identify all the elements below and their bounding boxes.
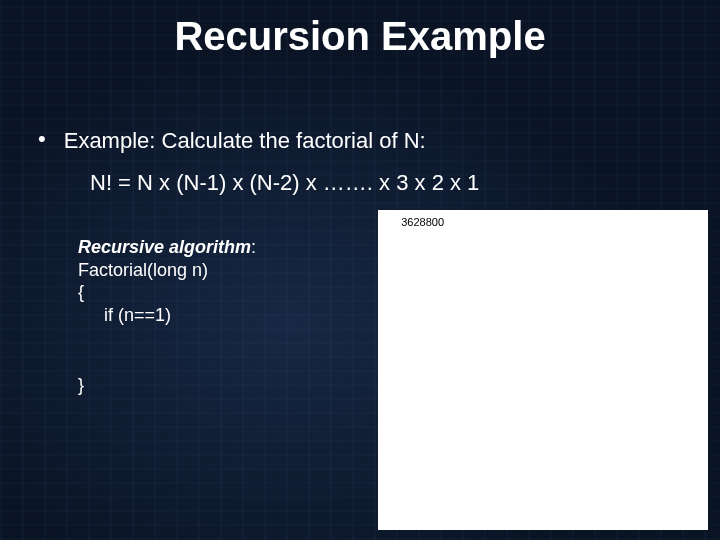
call-stack-diagram: 3628800 <box>378 210 708 530</box>
algorithm-open-brace: { <box>78 281 256 304</box>
bullet-dot-icon: • <box>38 128 46 150</box>
algorithm-condition: if (n==1) <box>104 304 256 327</box>
bullet-text: Example: Calculate the factorial of N: <box>64 128 426 154</box>
algorithm-signature: Factorial(long n) <box>78 259 256 282</box>
factorial-formula: N! = N x (N-1) x (N-2) x ……. x 3 x 2 x 1 <box>90 170 479 196</box>
algorithm-block: Recursive algorithm: Factorial(long n) {… <box>78 236 256 397</box>
algorithm-heading: Recursive algorithm <box>78 237 251 257</box>
bullet-line: • Example: Calculate the factorial of N: <box>38 128 426 154</box>
slide-title: Recursion Example <box>0 14 720 59</box>
algorithm-close-brace: } <box>78 374 256 397</box>
